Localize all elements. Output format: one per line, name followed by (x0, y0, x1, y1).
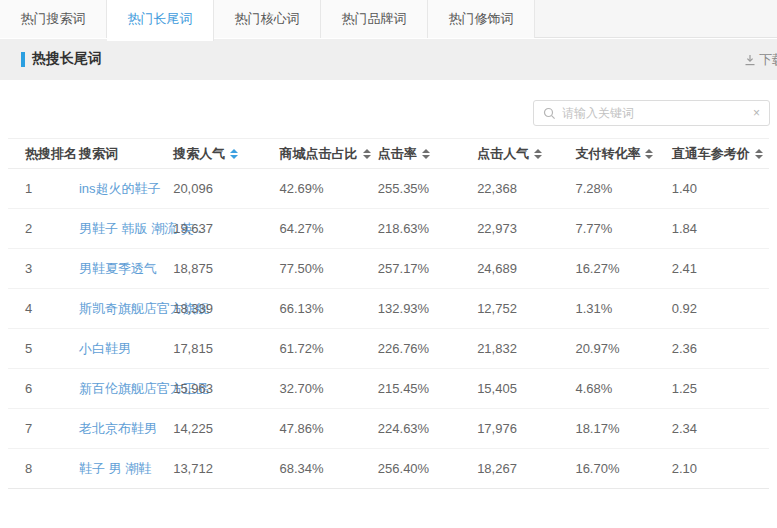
metric-cell: 24,689 (477, 249, 575, 289)
column-header-3[interactable]: 商城点击占比 (280, 139, 378, 169)
metric-cell: 14,225 (173, 409, 279, 449)
metric-cell: 22,368 (477, 169, 575, 209)
column-header-label: 点击率 (378, 146, 417, 161)
column-header-label: 热搜排名 (25, 146, 77, 161)
keyword-link[interactable]: 老北京布鞋男 (79, 421, 157, 436)
metric-cell: 0.92 (672, 289, 769, 329)
tab-3[interactable]: 热门品牌词 (321, 0, 428, 38)
search-input[interactable] (562, 102, 753, 124)
metric-cell: 12,752 (477, 289, 575, 329)
metric-cell: 47.86% (280, 409, 378, 449)
metric-cell: 20.97% (575, 329, 671, 369)
rank-cell: 5 (8, 329, 79, 369)
column-header-7[interactable]: 直通车参考价 (672, 139, 769, 169)
sort-icon[interactable] (755, 149, 763, 159)
column-header-4[interactable]: 点击率 (378, 139, 477, 169)
table-row: 7老北京布鞋男14,22547.86%224.63%17,97618.17%2.… (8, 409, 769, 449)
tab-0[interactable]: 热门搜索词 (0, 0, 107, 38)
metric-cell: 19,637 (173, 209, 279, 249)
metric-cell: 2.36 (672, 329, 769, 369)
table-row: 2男鞋子 韩版 潮流 英...19,63764.27%218.63%22,973… (8, 209, 769, 249)
metric-cell: 66.13% (280, 289, 378, 329)
search-icon (543, 107, 556, 120)
table-header: 热搜排名搜索词搜索人气商城点击占比点击率点击人气支付转化率直通车参考价 (8, 139, 769, 169)
metric-cell: 68.34% (280, 449, 378, 489)
page-title-text: 热搜长尾词 (32, 50, 102, 68)
column-header-label: 搜索词 (79, 146, 118, 161)
keyword-link[interactable]: 男鞋夏季透气 (79, 261, 157, 276)
sort-icon[interactable] (230, 149, 238, 159)
rank-cell: 4 (8, 289, 79, 329)
metric-cell: 1.31% (575, 289, 671, 329)
metric-cell: 255.35% (378, 169, 477, 209)
keyword-search-box: × (533, 100, 770, 126)
metric-cell: 17,976 (477, 409, 575, 449)
sort-icon[interactable] (422, 149, 430, 159)
metric-cell: 22,973 (477, 209, 575, 249)
download-icon (744, 54, 756, 66)
table-body: 1ins超火的鞋子20,09642.69%255.35%22,3687.28%1… (8, 169, 769, 489)
metric-cell: 61.72% (280, 329, 378, 369)
keyword-cell: 小白鞋男 (79, 329, 173, 369)
metric-cell: 15,405 (477, 369, 575, 409)
metric-cell: 15,963 (173, 369, 279, 409)
download-label: 下载 (759, 51, 777, 69)
rank-cell: 7 (8, 409, 79, 449)
tab-bar: 热门搜索词热门长尾词热门核心词热门品牌词热门修饰词 (0, 0, 777, 38)
metric-cell: 4.68% (575, 369, 671, 409)
download-button[interactable]: 下载 (744, 51, 777, 69)
metric-cell: 257.17% (378, 249, 477, 289)
keyword-link[interactable]: ins超火的鞋子 (79, 181, 161, 196)
metric-cell: 1.40 (672, 169, 769, 209)
keyword-link[interactable]: 鞋子 男 潮鞋 (79, 461, 151, 476)
metric-cell: 256.40% (378, 449, 477, 489)
metric-cell: 132.93% (378, 289, 477, 329)
metric-cell: 64.27% (280, 209, 378, 249)
metric-cell: 17,815 (173, 329, 279, 369)
sort-icon[interactable] (363, 149, 371, 159)
table-row: 1ins超火的鞋子20,09642.69%255.35%22,3687.28%1… (8, 169, 769, 209)
column-header-2[interactable]: 搜索人气 (173, 139, 279, 169)
column-header-5[interactable]: 点击人气 (477, 139, 575, 169)
rank-cell: 2 (8, 209, 79, 249)
sort-icon[interactable] (645, 149, 653, 159)
metric-cell: 2.34 (672, 409, 769, 449)
metric-cell: 32.70% (280, 369, 378, 409)
metric-cell: 42.69% (280, 169, 378, 209)
tab-bar-filler (535, 0, 777, 37)
sort-icon[interactable] (534, 149, 542, 159)
keyword-link[interactable]: 小白鞋男 (79, 341, 131, 356)
keyword-cell: 男鞋夏季透气 (79, 249, 173, 289)
clear-search-icon[interactable]: × (753, 107, 760, 119)
metric-cell: 226.76% (378, 329, 477, 369)
table-row: 5小白鞋男17,81561.72%226.76%21,83220.97%2.36 (8, 329, 769, 369)
metric-cell: 7.77% (575, 209, 671, 249)
metric-cell: 218.63% (378, 209, 477, 249)
hot-search-words-page: 热门搜索词热门长尾词热门核心词热门品牌词热门修饰词 热搜长尾词 下载 × 热搜排… (0, 0, 777, 528)
metric-cell: 13,712 (173, 449, 279, 489)
keyword-cell: ins超火的鞋子 (79, 169, 173, 209)
metric-cell: 224.63% (378, 409, 477, 449)
metric-cell: 2.41 (672, 249, 769, 289)
metric-cell: 18,267 (477, 449, 575, 489)
metric-cell: 21,832 (477, 329, 575, 369)
metric-cell: 7.28% (575, 169, 671, 209)
metric-cell: 1.25 (672, 369, 769, 409)
tab-4[interactable]: 热门修饰词 (428, 0, 535, 38)
table-row: 8鞋子 男 潮鞋13,71268.34%256.40%18,26716.70%2… (8, 449, 769, 489)
metric-cell: 18,875 (173, 249, 279, 289)
keyword-cell: 斯凯奇旗舰店官方旗舰 (79, 289, 173, 329)
column-header-label: 支付转化率 (575, 146, 640, 161)
metric-cell: 20,096 (173, 169, 279, 209)
metric-cell: 1.84 (672, 209, 769, 249)
metric-cell: 77.50% (280, 249, 378, 289)
column-header-1: 搜索词 (79, 139, 173, 169)
rank-cell: 8 (8, 449, 79, 489)
column-header-6[interactable]: 支付转化率 (575, 139, 671, 169)
tab-2[interactable]: 热门核心词 (214, 0, 321, 38)
table-row: 3男鞋夏季透气18,87577.50%257.17%24,68916.27%2.… (8, 249, 769, 289)
tab-1[interactable]: 热门长尾词 (107, 0, 214, 41)
metric-cell: 16.27% (575, 249, 671, 289)
metric-cell: 18.17% (575, 409, 671, 449)
column-header-label: 点击人气 (477, 146, 529, 161)
